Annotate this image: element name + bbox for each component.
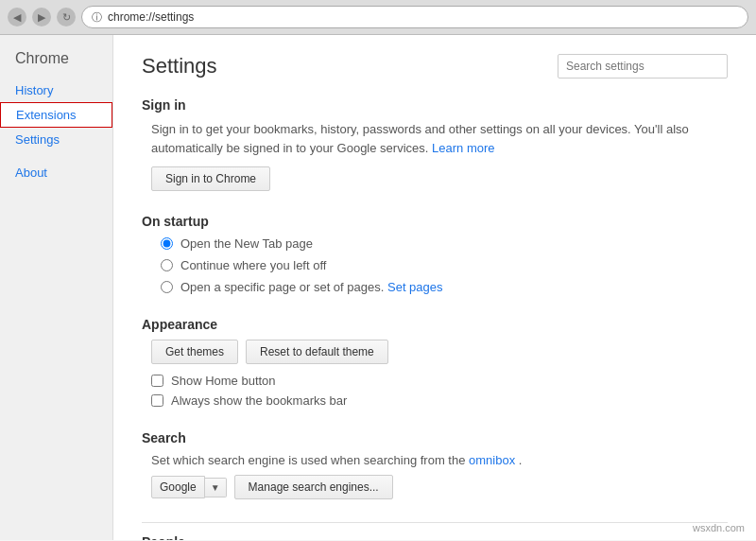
manage-search-engines-button[interactable]: Manage search engines... [234, 475, 393, 499]
startup-radio-specific[interactable] [161, 281, 173, 293]
search-engine-value[interactable]: Google [151, 476, 205, 498]
search-settings-input[interactable] [558, 54, 728, 79]
people-title: People [142, 534, 728, 540]
appearance-title: Appearance [142, 317, 728, 332]
sidebar-item-settings[interactable]: Settings [0, 128, 112, 151]
search-description: Set which search engine is used when sea… [151, 453, 728, 467]
section-search: Search Set which search engine is used w… [142, 430, 728, 499]
sidebar-item-extensions[interactable]: Extensions [0, 102, 112, 128]
startup-radio-continue[interactable] [161, 259, 173, 271]
forward-button[interactable]: ▶ [32, 8, 51, 26]
learn-more-link[interactable]: Learn more [432, 141, 494, 155]
startup-body: Open the New Tab page Continue where you… [142, 236, 728, 294]
sidebar-divider [0, 151, 112, 161]
signin-title: Sign in [142, 97, 728, 113]
bookmarks-bar-checkbox[interactable] [151, 394, 163, 407]
url-text: chrome://settings [108, 10, 194, 24]
startup-title: On startup [142, 214, 728, 229]
startup-option-continue[interactable]: Continue where you left off [161, 258, 728, 272]
sidebar-item-about[interactable]: About [0, 161, 112, 184]
show-home-button-checkbox-label[interactable]: Show Home button [151, 374, 728, 388]
bookmarks-bar-checkbox-label[interactable]: Always show the bookmarks bar [151, 393, 728, 408]
signin-description: Sign in to get your bookmarks, history, … [151, 120, 728, 157]
back-button[interactable]: ◀ [8, 8, 26, 26]
page-title: Settings [142, 54, 217, 79]
browser-chrome: ◀ ▶ ↻ ⓘ chrome://settings [0, 0, 756, 35]
sidebar-title: Chrome [0, 50, 112, 79]
search-body: Set which search engine is used when sea… [142, 453, 728, 499]
section-people: People [142, 522, 728, 540]
sidebar: Chrome History Extensions Settings About [0, 35, 113, 540]
startup-radio-newtab[interactable] [161, 237, 173, 250]
secure-icon: ⓘ [92, 10, 102, 25]
startup-option-specific[interactable]: Open a specific page or set of pages. Se… [161, 280, 728, 294]
set-pages-link[interactable]: Set pages [387, 280, 443, 294]
settings-header: Settings [142, 54, 728, 79]
section-appearance: Appearance Get themes Reset to default t… [142, 317, 728, 408]
appearance-btn-group: Get themes Reset to default theme [151, 340, 728, 364]
section-startup: On startup Open the New Tab page Continu… [142, 214, 728, 294]
search-title: Search [142, 430, 728, 445]
show-home-button-checkbox[interactable] [151, 375, 163, 387]
watermark: wsxdn.com [693, 522, 745, 533]
signin-body: Sign in to get your bookmarks, history, … [142, 120, 728, 191]
sidebar-item-history[interactable]: History [0, 79, 112, 102]
page-layout: Chrome History Extensions Settings About… [0, 35, 756, 540]
startup-radio-group: Open the New Tab page Continue where you… [161, 236, 728, 294]
signin-button[interactable]: Sign in to Chrome [151, 166, 270, 191]
section-divider [142, 522, 728, 523]
get-themes-button[interactable]: Get themes [151, 340, 238, 364]
section-signin: Sign in Sign in to get your bookmarks, h… [142, 97, 728, 191]
address-bar[interactable]: ⓘ chrome://settings [81, 6, 748, 28]
reload-button[interactable]: ↻ [57, 8, 76, 26]
appearance-body: Get themes Reset to default theme Show H… [142, 340, 728, 408]
main-content: Settings Sign in Sign in to get your boo… [113, 35, 756, 540]
omnibox-link[interactable]: omnibox [469, 453, 515, 467]
reset-theme-button[interactable]: Reset to default theme [246, 340, 388, 364]
search-engine-select[interactable]: Google ▼ [151, 476, 227, 498]
search-engine-arrow[interactable]: ▼ [205, 478, 227, 497]
search-controls: Google ▼ Manage search engines... [151, 475, 728, 499]
startup-option-newtab[interactable]: Open the New Tab page [161, 236, 728, 251]
